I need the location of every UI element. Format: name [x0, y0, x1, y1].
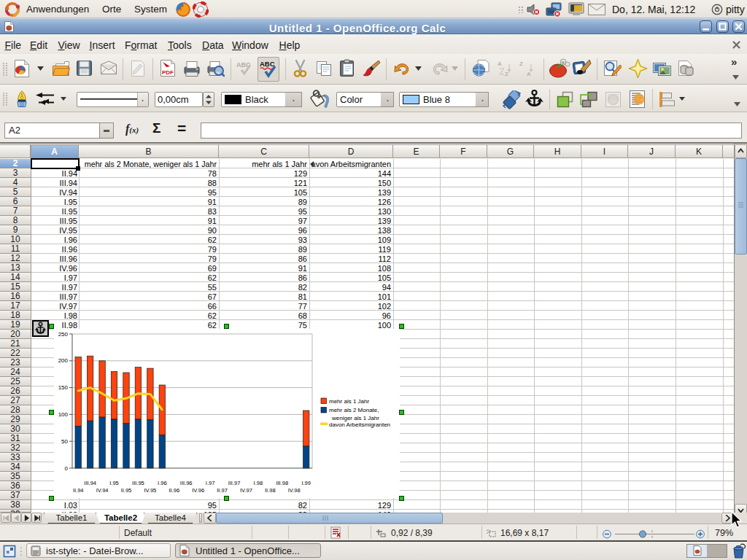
svg-text:II.94: II.94 [73, 487, 84, 494]
svg-text:III.96: III.96 [180, 480, 193, 486]
svg-text:IV.96: IV.96 [192, 487, 204, 494]
svg-text:II.97: II.97 [217, 487, 228, 494]
svg-text:IV.98: IV.98 [288, 487, 301, 494]
svg-text:200: 200 [58, 357, 69, 364]
svg-text:I.98: I.98 [254, 480, 263, 486]
svg-text:II.95: II.95 [121, 487, 132, 494]
svg-text:IV.95: IV.95 [144, 487, 156, 494]
svg-text:II.98: II.98 [265, 487, 276, 494]
svg-text:A: A [498, 61, 502, 67]
svg-text:III.98: III.98 [276, 480, 288, 486]
svg-text:I.96: I.96 [158, 480, 167, 486]
svg-text:II.96: II.96 [169, 487, 179, 494]
svg-text:Z: Z [519, 61, 523, 67]
svg-text:III.97: III.97 [228, 480, 241, 486]
svg-text:ABC: ABC [260, 60, 275, 68]
svg-text:50: 50 [61, 438, 68, 445]
svg-text:100: 100 [58, 411, 69, 418]
svg-text:III.94: III.94 [84, 480, 96, 486]
svg-text:davon Arbeitsmigranten: davon Arbeitsmigranten [329, 421, 390, 428]
svg-text:150: 150 [58, 384, 69, 391]
svg-text:IV.94: IV.94 [96, 487, 109, 494]
svg-text:mehr als 1 Jahr: mehr als 1 Jahr [329, 398, 369, 405]
svg-text:III.95: III.95 [132, 480, 144, 486]
svg-text:A: A [527, 71, 531, 77]
svg-text:I.97: I.97 [206, 480, 215, 486]
svg-text:Z: Z [505, 71, 508, 77]
svg-text:I.95: I.95 [109, 480, 119, 486]
svg-text:IV.97: IV.97 [240, 487, 252, 494]
svg-text:mehr als 2 Monate,: mehr als 2 Monate, [329, 407, 379, 413]
svg-text:PDF: PDF [162, 69, 174, 76]
svg-text:%: % [562, 61, 565, 65]
svg-text:0: 0 [65, 465, 69, 472]
svg-text:I.99: I.99 [301, 480, 311, 486]
svg-text:weniger als 1 Jahr: weniger als 1 Jahr [331, 415, 379, 421]
svg-text:250: 250 [58, 331, 69, 338]
